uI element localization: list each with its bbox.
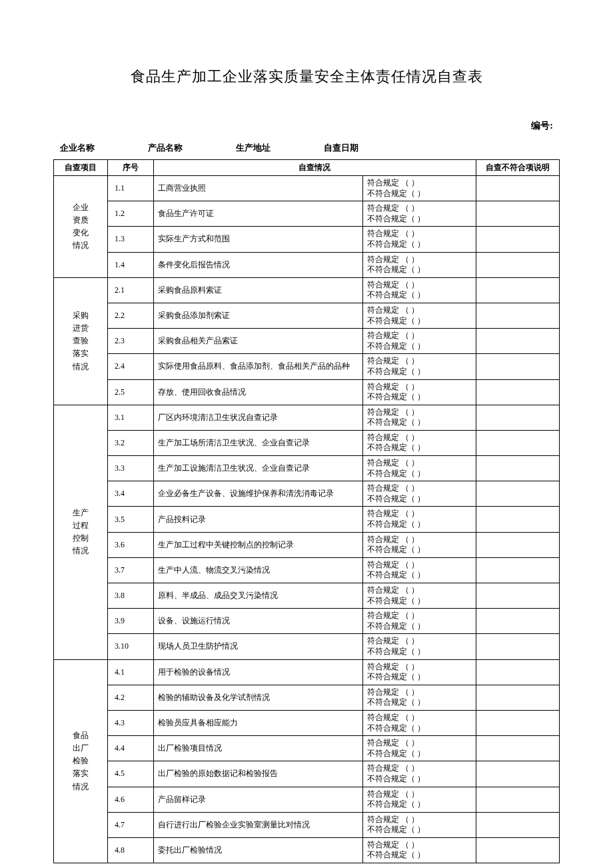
row-description: 厂区内环境清洁卫生状况自查记录 — [153, 405, 362, 430]
table-row: 3.9设备、设施运行情况符合规定 （ ）不符合规定（ ） — [54, 609, 560, 634]
row-description: 工商营业执照 — [153, 176, 362, 201]
row-remark[interactable] — [476, 761, 559, 787]
row-description: 实际使用食品原料、食品添加剂、食品相关产品的品种 — [153, 354, 362, 379]
row-number: 3.10 — [108, 634, 154, 659]
info-row: 企业名称 产品名称 生产地址 自查日期 — [53, 142, 560, 154]
row-description: 采购食品添加剂索证 — [153, 303, 362, 328]
row-number: 3.8 — [108, 583, 154, 609]
row-number: 4.4 — [108, 736, 154, 761]
row-description: 现场人员卫生防护情况 — [153, 634, 362, 659]
row-status: 符合规定 （ ）不符合规定（ ） — [362, 277, 476, 303]
row-description: 条件变化后报告情况 — [153, 252, 362, 277]
row-remark[interactable] — [476, 685, 559, 710]
table-row: 3.6生产加工过程中关键控制点的控制记录符合规定 （ ）不符合规定（ ） — [54, 532, 560, 557]
section-name: 食品出厂检验落实情况 — [54, 659, 108, 863]
row-remark[interactable] — [476, 354, 559, 379]
section-name: 企业资质变化情况 — [54, 176, 108, 278]
row-remark[interactable] — [476, 481, 559, 507]
product-label: 产品名称 — [148, 142, 183, 154]
row-description: 出厂检验的原始数据记和检验报告 — [153, 761, 362, 787]
row-number: 3.7 — [108, 557, 154, 583]
row-remark[interactable] — [476, 837, 559, 863]
table-row: 4.7自行进行出厂检验企业实验室测量比对情况符合规定 （ ）不符合规定（ ） — [54, 812, 560, 837]
row-number: 2.2 — [108, 303, 154, 328]
row-description: 用于检验的设备情况 — [153, 659, 362, 685]
row-remark[interactable] — [476, 201, 559, 227]
row-remark[interactable] — [476, 277, 559, 303]
row-remark[interactable] — [476, 329, 559, 354]
row-remark[interactable] — [476, 227, 559, 252]
row-status: 符合规定 （ ）不符合规定（ ） — [362, 736, 476, 761]
date-label: 自查日期 — [324, 142, 358, 154]
row-remark[interactable] — [476, 303, 559, 328]
row-remark[interactable] — [476, 176, 559, 201]
row-remark[interactable] — [476, 609, 559, 634]
row-remark[interactable] — [476, 430, 559, 455]
row-status: 符合规定 （ ）不符合规定（ ） — [362, 583, 476, 609]
row-remark[interactable] — [476, 736, 559, 761]
numbering-label: 编号: — [53, 120, 560, 132]
table-row: 2.2采购食品添加剂索证符合规定 （ ）不符合规定（ ） — [54, 303, 560, 328]
row-number: 2.3 — [108, 329, 154, 354]
row-number: 4.2 — [108, 685, 154, 710]
row-remark[interactable] — [476, 532, 559, 557]
row-number: 3.9 — [108, 609, 154, 634]
row-remark[interactable] — [476, 456, 559, 481]
row-description: 生产中人流、物流交叉污染情况 — [153, 557, 362, 583]
row-status: 符合规定 （ ）不符合规定（ ） — [362, 787, 476, 812]
row-number: 4.3 — [108, 710, 154, 735]
row-number: 3.6 — [108, 532, 154, 557]
row-status: 符合规定 （ ）不符合规定（ ） — [362, 329, 476, 354]
company-label: 企业名称 — [60, 142, 95, 154]
address-label: 生产地址 — [236, 142, 271, 154]
table-row: 3.8原料、半成品、成品交叉污染情况符合规定 （ ）不符合规定（ ） — [54, 583, 560, 609]
row-status: 符合规定 （ ）不符合规定（ ） — [362, 659, 476, 685]
table-row: 3.7生产中人流、物流交叉污染情况符合规定 （ ）不符合规定（ ） — [54, 557, 560, 583]
row-remark[interactable] — [476, 634, 559, 659]
row-number: 2.1 — [108, 277, 154, 303]
section-name: 采购进货查验落实情况 — [54, 277, 108, 405]
row-status: 符合规定 （ ）不符合规定（ ） — [362, 761, 476, 787]
row-status: 符合规定 （ ）不符合规定（ ） — [362, 812, 476, 837]
row-number: 4.7 — [108, 812, 154, 837]
row-description: 检验员应具备相应能力 — [153, 710, 362, 735]
row-remark[interactable] — [476, 812, 559, 837]
row-remark[interactable] — [476, 659, 559, 685]
row-description: 检验的辅助设备及化学试剂情况 — [153, 685, 362, 710]
table-row: 3.3生产加工设施清洁卫生状况、企业自查记录符合规定 （ ）不符合规定（ ） — [54, 456, 560, 481]
row-remark[interactable] — [476, 557, 559, 583]
row-status: 符合规定 （ ）不符合规定（ ） — [362, 456, 476, 481]
row-description: 生产加工场所清洁卫生状况、企业自查记录 — [153, 430, 362, 455]
row-description: 原料、半成品、成品交叉污染情况 — [153, 583, 362, 609]
row-remark[interactable] — [476, 379, 559, 405]
row-remark[interactable] — [476, 252, 559, 277]
row-remark[interactable] — [476, 710, 559, 735]
row-description: 采购食品原料索证 — [153, 277, 362, 303]
row-description: 生产加工设施清洁卫生状况、企业自查记录 — [153, 456, 362, 481]
row-status: 符合规定 （ ）不符合规定（ ） — [362, 609, 476, 634]
row-remark[interactable] — [476, 787, 559, 812]
row-description: 生产加工过程中关键控制点的控制记录 — [153, 532, 362, 557]
row-number: 3.2 — [108, 430, 154, 455]
row-description: 出厂检验项目情况 — [153, 736, 362, 761]
header-project: 自查项目 — [54, 160, 108, 176]
row-remark[interactable] — [476, 507, 559, 532]
row-number: 4.6 — [108, 787, 154, 812]
row-remark[interactable] — [476, 583, 559, 609]
table-row: 企业资质变化情况1.1工商营业执照符合规定 （ ）不符合规定（ ） — [54, 176, 560, 201]
row-number: 2.5 — [108, 379, 154, 405]
table-row: 生产过程控制情况3.1厂区内环境清洁卫生状况自查记录符合规定 （ ）不符合规定（… — [54, 405, 560, 430]
table-row: 3.5产品投料记录符合规定 （ ）不符合规定（ ） — [54, 507, 560, 532]
row-status: 符合规定 （ ）不符合规定（ ） — [362, 837, 476, 863]
table-row: 食品出厂检验落实情况4.1用于检验的设备情况符合规定 （ ）不符合规定（ ） — [54, 659, 560, 685]
row-remark[interactable] — [476, 405, 559, 430]
row-number: 3.1 — [108, 405, 154, 430]
row-status: 符合规定 （ ）不符合规定（ ） — [362, 507, 476, 532]
row-status: 符合规定 （ ）不符合规定（ ） — [362, 252, 476, 277]
table-row: 2.3采购食品相关产品索证符合规定 （ ）不符合规定（ ） — [54, 329, 560, 354]
table-row: 4.8委托出厂检验情况符合规定 （ ）不符合规定（ ） — [54, 837, 560, 863]
section-name: 生产过程控制情况 — [54, 405, 108, 659]
row-description: 委托出厂检验情况 — [153, 837, 362, 863]
table-header-row: 自查项目 序号 自查情况 自查不符合项说明 — [54, 160, 560, 176]
row-number: 1.4 — [108, 252, 154, 277]
